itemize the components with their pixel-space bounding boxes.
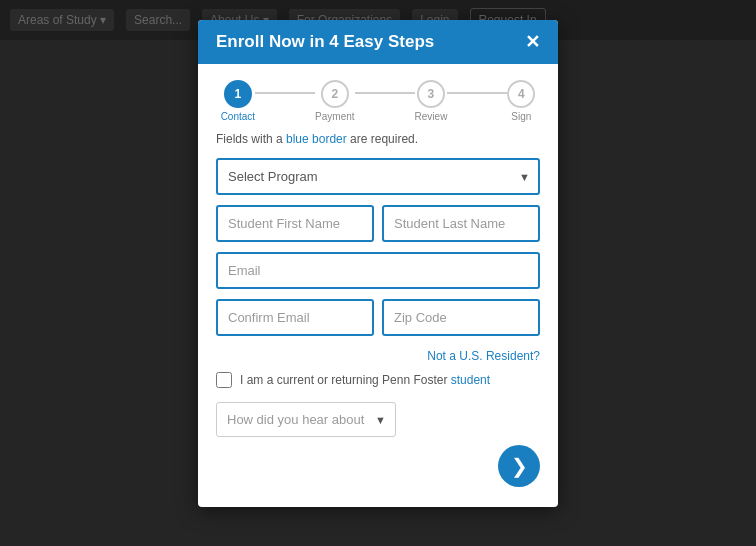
zip-code-field — [382, 299, 540, 336]
next-button[interactable]: ❯ — [498, 445, 540, 487]
zip-code-input[interactable] — [382, 299, 540, 336]
email-zip-row — [216, 299, 540, 336]
name-row — [216, 205, 540, 242]
close-button[interactable]: ✕ — [525, 33, 540, 51]
step-3-circle: 3 — [417, 80, 445, 108]
required-note: Fields with a blue border are required. — [216, 132, 540, 146]
step-3-label: Review — [415, 111, 448, 122]
not-us-resident-link[interactable]: Not a U.S. Resident? — [427, 349, 540, 363]
step-1-circle: 1 — [224, 80, 252, 108]
returning-student-row: I am a current or returning Penn Foster … — [216, 372, 540, 388]
steps-indicator: 1 Contact 2 Payment 3 Review 4 Sign — [216, 80, 540, 122]
step-3: 3 Review — [415, 80, 448, 122]
returning-student-checkbox[interactable] — [216, 372, 232, 388]
confirm-email-field — [216, 299, 374, 336]
email-group — [216, 252, 540, 289]
step-1-label: Contact — [221, 111, 255, 122]
last-name-input[interactable] — [382, 205, 540, 242]
step-line-3 — [447, 92, 507, 94]
confirm-email-input[interactable] — [216, 299, 374, 336]
first-name-input[interactable] — [216, 205, 374, 242]
step-2: 2 Payment — [315, 80, 354, 122]
required-note-suffix: are required. — [347, 132, 418, 146]
step-4: 4 Sign — [507, 80, 535, 122]
step-2-circle: 2 — [321, 80, 349, 108]
select-program-wrapper: Select Program ▼ .select-wrapper select … — [216, 158, 540, 195]
step-line-2 — [355, 92, 415, 94]
step-2-label: Payment — [315, 111, 354, 122]
not-us-resident-row: Not a U.S. Resident? — [216, 346, 540, 364]
modal-header: Enroll Now in 4 Easy Steps ✕ — [198, 20, 558, 64]
how-hear-select[interactable]: How did you hear about us? — [216, 402, 396, 437]
how-hear-wrapper: How did you hear about us? ▼ — [216, 402, 396, 437]
step-line-1 — [255, 92, 315, 94]
next-icon: ❯ — [511, 454, 528, 478]
checkbox-label-prefix: I am a current or returning Penn Foster — [240, 373, 451, 387]
checkbox-label-link[interactable]: student — [451, 373, 490, 387]
last-name-field — [382, 205, 540, 242]
required-note-blue: blue border — [286, 132, 347, 146]
enroll-modal: Enroll Now in 4 Easy Steps ✕ 1 Contact 2… — [198, 20, 558, 507]
select-program[interactable]: Select Program — [216, 158, 540, 195]
step-1: 1 Contact — [221, 80, 255, 122]
modal-body: 1 Contact 2 Payment 3 Review 4 Sign Fiel… — [198, 64, 558, 507]
required-note-prefix: Fields with a — [216, 132, 286, 146]
email-input[interactable] — [216, 252, 540, 289]
step-4-label: Sign — [511, 111, 531, 122]
returning-student-label: I am a current or returning Penn Foster … — [240, 373, 490, 387]
modal-title: Enroll Now in 4 Easy Steps — [216, 32, 434, 52]
next-button-row: ❯ — [216, 445, 540, 487]
step-4-circle: 4 — [507, 80, 535, 108]
first-name-field — [216, 205, 374, 242]
